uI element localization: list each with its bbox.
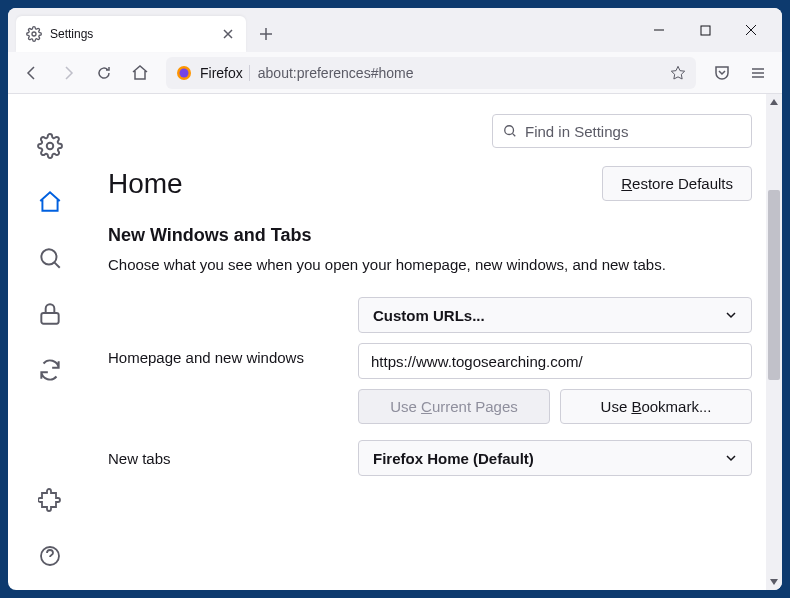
svg-point-0 bbox=[32, 32, 36, 36]
browser-window: Settings Firefox about:preferences#home bbox=[8, 8, 782, 590]
svg-rect-7 bbox=[41, 313, 58, 324]
forward-button[interactable] bbox=[52, 57, 84, 89]
toolbar: Firefox about:preferences#home bbox=[8, 52, 782, 94]
select-value: Firefox Home (Default) bbox=[373, 450, 534, 467]
close-window-button[interactable] bbox=[728, 14, 774, 46]
sidebar-home[interactable] bbox=[28, 180, 72, 224]
homepage-mode-select[interactable]: Custom URLs... bbox=[358, 297, 752, 333]
scroll-down-arrow[interactable] bbox=[766, 574, 782, 590]
bookmark-star-icon[interactable] bbox=[670, 65, 686, 81]
svg-marker-4 bbox=[671, 66, 684, 79]
tab-label: Settings bbox=[50, 27, 212, 41]
search-placeholder: Find in Settings bbox=[525, 123, 628, 140]
section-title: New Windows and Tabs bbox=[108, 225, 752, 246]
newtabs-select[interactable]: Firefox Home (Default) bbox=[358, 440, 752, 476]
back-button[interactable] bbox=[16, 57, 48, 89]
maximize-button[interactable] bbox=[682, 14, 728, 46]
page-title: Home bbox=[108, 168, 183, 200]
gear-icon bbox=[26, 26, 42, 42]
scroll-up-arrow[interactable] bbox=[766, 94, 782, 110]
url-bar[interactable]: Firefox about:preferences#home bbox=[166, 57, 696, 89]
search-input[interactable]: Find in Settings bbox=[492, 114, 752, 148]
restore-defaults-button[interactable]: Restore Defaults bbox=[602, 166, 752, 201]
scrollbar[interactable] bbox=[766, 94, 782, 590]
sidebar-help[interactable] bbox=[28, 534, 72, 578]
sidebar-general[interactable] bbox=[28, 124, 72, 168]
section-description: Choose what you see when you open your h… bbox=[108, 256, 752, 273]
minimize-button[interactable] bbox=[636, 14, 682, 46]
window-controls bbox=[636, 8, 774, 52]
url-text: about:preferences#home bbox=[258, 65, 414, 81]
close-icon[interactable] bbox=[220, 26, 236, 42]
svg-point-5 bbox=[47, 143, 54, 150]
firefox-logo-icon bbox=[176, 65, 192, 81]
content-area: Find in Settings Home Restore Defaults N… bbox=[8, 94, 782, 590]
url-prefix: Firefox bbox=[200, 65, 250, 81]
tab-bar: Settings bbox=[8, 8, 782, 52]
main-content: Find in Settings Home Restore Defaults N… bbox=[92, 94, 782, 590]
homepage-label: Homepage and new windows bbox=[108, 297, 340, 366]
newtabs-label: New tabs bbox=[108, 450, 340, 467]
search-icon bbox=[503, 124, 517, 138]
chevron-down-icon bbox=[725, 309, 737, 321]
new-tab-button[interactable] bbox=[250, 18, 282, 50]
tab-settings[interactable]: Settings bbox=[16, 16, 246, 52]
svg-rect-1 bbox=[701, 26, 710, 35]
scrollbar-thumb[interactable] bbox=[768, 190, 780, 380]
use-bookmark-button[interactable]: Use Bookmark... bbox=[560, 389, 752, 424]
sidebar-sync[interactable] bbox=[28, 348, 72, 392]
sidebar-privacy[interactable] bbox=[28, 292, 72, 336]
svg-point-6 bbox=[41, 249, 56, 264]
save-to-pocket-button[interactable] bbox=[706, 57, 738, 89]
chevron-down-icon bbox=[725, 452, 737, 464]
svg-point-3 bbox=[180, 68, 189, 77]
reload-button[interactable] bbox=[88, 57, 120, 89]
sidebar-search[interactable] bbox=[28, 236, 72, 280]
sidebar bbox=[8, 94, 92, 590]
sidebar-extensions[interactable] bbox=[28, 478, 72, 522]
svg-point-9 bbox=[505, 126, 514, 135]
use-current-pages-button[interactable]: Use Current Pages bbox=[358, 389, 550, 424]
app-menu-button[interactable] bbox=[742, 57, 774, 89]
home-button[interactable] bbox=[124, 57, 156, 89]
homepage-url-input[interactable] bbox=[358, 343, 752, 379]
select-value: Custom URLs... bbox=[373, 307, 485, 324]
